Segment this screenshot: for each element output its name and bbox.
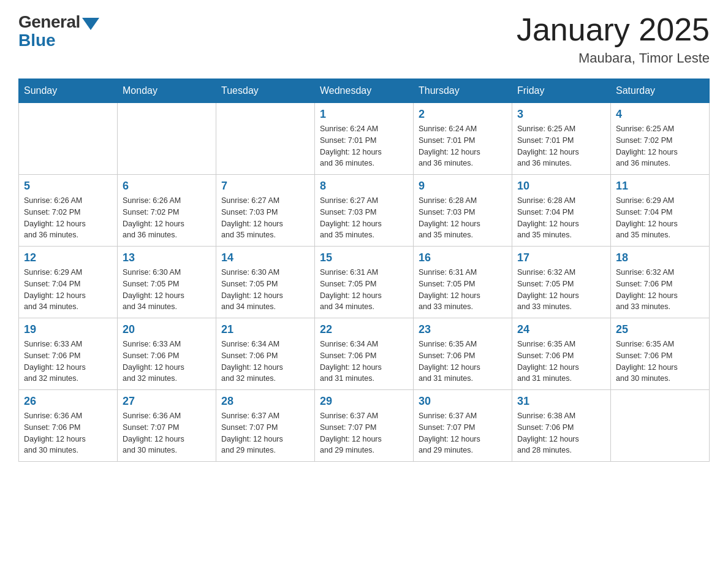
weekday-header-row: SundayMondayTuesdayWednesdayThursdayFrid… <box>19 79 710 103</box>
day-info: Sunrise: 6:26 AMSunset: 7:02 PMDaylight:… <box>123 195 211 241</box>
calendar-cell: 20Sunrise: 6:33 AMSunset: 7:06 PMDayligh… <box>118 318 216 390</box>
weekday-header-saturday: Saturday <box>611 79 710 103</box>
calendar-cell: 23Sunrise: 6:35 AMSunset: 7:06 PMDayligh… <box>414 318 512 390</box>
calendar-cell: 15Sunrise: 6:31 AMSunset: 7:05 PMDayligh… <box>315 247 414 318</box>
calendar-cell: 1Sunrise: 6:24 AMSunset: 7:01 PMDaylight… <box>315 103 414 175</box>
calendar-week-4: 19Sunrise: 6:33 AMSunset: 7:06 PMDayligh… <box>19 318 710 390</box>
calendar-cell: 7Sunrise: 6:27 AMSunset: 7:03 PMDaylight… <box>216 175 315 247</box>
day-number: 18 <box>616 251 704 264</box>
day-number: 22 <box>320 323 408 336</box>
day-number: 19 <box>24 323 112 336</box>
calendar-week-2: 5Sunrise: 6:26 AMSunset: 7:02 PMDaylight… <box>19 175 710 247</box>
day-info: Sunrise: 6:25 AMSunset: 7:01 PMDaylight:… <box>517 123 605 169</box>
day-info: Sunrise: 6:32 AMSunset: 7:06 PMDaylight:… <box>616 267 704 313</box>
title-section: January 2025 Maubara, Timor Leste <box>517 12 710 66</box>
calendar-week-1: 1Sunrise: 6:24 AMSunset: 7:01 PMDaylight… <box>19 103 710 175</box>
calendar-cell: 28Sunrise: 6:37 AMSunset: 7:07 PMDayligh… <box>216 390 315 462</box>
logo-general-text: General <box>18 12 80 32</box>
page-header: General Blue January 2025 Maubara, Timor… <box>18 12 710 66</box>
day-number: 28 <box>221 395 309 408</box>
day-number: 26 <box>24 395 112 408</box>
day-info: Sunrise: 6:35 AMSunset: 7:06 PMDaylight:… <box>419 339 507 385</box>
day-info: Sunrise: 6:36 AMSunset: 7:06 PMDaylight:… <box>24 410 112 456</box>
calendar-cell: 27Sunrise: 6:36 AMSunset: 7:07 PMDayligh… <box>118 390 216 462</box>
day-number: 21 <box>221 323 309 336</box>
day-info: Sunrise: 6:25 AMSunset: 7:02 PMDaylight:… <box>616 123 704 169</box>
day-info: Sunrise: 6:31 AMSunset: 7:05 PMDaylight:… <box>320 267 408 313</box>
day-info: Sunrise: 6:24 AMSunset: 7:01 PMDaylight:… <box>419 123 507 169</box>
day-number: 12 <box>24 251 112 264</box>
day-number: 9 <box>419 180 507 193</box>
day-number: 24 <box>517 323 605 336</box>
day-number: 14 <box>221 251 309 264</box>
calendar-cell: 8Sunrise: 6:27 AMSunset: 7:03 PMDaylight… <box>315 175 414 247</box>
calendar-cell: 26Sunrise: 6:36 AMSunset: 7:06 PMDayligh… <box>19 390 118 462</box>
day-number: 7 <box>221 180 309 193</box>
day-number: 25 <box>616 323 704 336</box>
day-info: Sunrise: 6:24 AMSunset: 7:01 PMDaylight:… <box>320 123 408 169</box>
calendar-table: SundayMondayTuesdayWednesdayThursdayFrid… <box>18 79 710 462</box>
month-title: January 2025 <box>517 12 710 47</box>
day-number: 23 <box>419 323 507 336</box>
day-number: 13 <box>123 251 211 264</box>
weekday-header-wednesday: Wednesday <box>315 79 414 103</box>
calendar-cell: 25Sunrise: 6:35 AMSunset: 7:06 PMDayligh… <box>611 318 710 390</box>
day-number: 10 <box>517 180 605 193</box>
calendar-cell: 4Sunrise: 6:25 AMSunset: 7:02 PMDaylight… <box>611 103 710 175</box>
calendar-cell: 3Sunrise: 6:25 AMSunset: 7:01 PMDaylight… <box>512 103 611 175</box>
day-number: 1 <box>320 108 408 121</box>
day-info: Sunrise: 6:32 AMSunset: 7:05 PMDaylight:… <box>517 267 605 313</box>
calendar-cell: 13Sunrise: 6:30 AMSunset: 7:05 PMDayligh… <box>118 247 216 318</box>
weekday-header-friday: Friday <box>512 79 611 103</box>
calendar-cell: 6Sunrise: 6:26 AMSunset: 7:02 PMDaylight… <box>118 175 216 247</box>
day-info: Sunrise: 6:34 AMSunset: 7:06 PMDaylight:… <box>320 339 408 385</box>
day-info: Sunrise: 6:28 AMSunset: 7:03 PMDaylight:… <box>419 195 507 241</box>
day-info: Sunrise: 6:34 AMSunset: 7:06 PMDaylight:… <box>221 339 309 385</box>
day-info: Sunrise: 6:30 AMSunset: 7:05 PMDaylight:… <box>123 267 211 313</box>
calendar-cell: 21Sunrise: 6:34 AMSunset: 7:06 PMDayligh… <box>216 318 315 390</box>
weekday-header-thursday: Thursday <box>414 79 512 103</box>
calendar-cell: 14Sunrise: 6:30 AMSunset: 7:05 PMDayligh… <box>216 247 315 318</box>
day-number: 20 <box>123 323 211 336</box>
day-info: Sunrise: 6:33 AMSunset: 7:06 PMDaylight:… <box>123 339 211 385</box>
day-info: Sunrise: 6:26 AMSunset: 7:02 PMDaylight:… <box>24 195 112 241</box>
calendar-cell: 5Sunrise: 6:26 AMSunset: 7:02 PMDaylight… <box>19 175 118 247</box>
day-info: Sunrise: 6:27 AMSunset: 7:03 PMDaylight:… <box>320 195 408 241</box>
calendar-week-5: 26Sunrise: 6:36 AMSunset: 7:06 PMDayligh… <box>19 390 710 462</box>
day-info: Sunrise: 6:31 AMSunset: 7:05 PMDaylight:… <box>419 267 507 313</box>
day-info: Sunrise: 6:27 AMSunset: 7:03 PMDaylight:… <box>221 195 309 241</box>
calendar-cell: 30Sunrise: 6:37 AMSunset: 7:07 PMDayligh… <box>414 390 512 462</box>
calendar-cell: 18Sunrise: 6:32 AMSunset: 7:06 PMDayligh… <box>611 247 710 318</box>
location-text: Maubara, Timor Leste <box>517 50 710 66</box>
calendar-cell: 9Sunrise: 6:28 AMSunset: 7:03 PMDaylight… <box>414 175 512 247</box>
day-info: Sunrise: 6:33 AMSunset: 7:06 PMDaylight:… <box>24 339 112 385</box>
calendar-cell: 10Sunrise: 6:28 AMSunset: 7:04 PMDayligh… <box>512 175 611 247</box>
day-info: Sunrise: 6:29 AMSunset: 7:04 PMDaylight:… <box>24 267 112 313</box>
day-info: Sunrise: 6:35 AMSunset: 7:06 PMDaylight:… <box>517 339 605 385</box>
day-number: 29 <box>320 395 408 408</box>
day-number: 15 <box>320 251 408 264</box>
calendar-cell: 2Sunrise: 6:24 AMSunset: 7:01 PMDaylight… <box>414 103 512 175</box>
day-info: Sunrise: 6:38 AMSunset: 7:06 PMDaylight:… <box>517 410 605 456</box>
day-info: Sunrise: 6:37 AMSunset: 7:07 PMDaylight:… <box>320 410 408 456</box>
calendar-cell: 12Sunrise: 6:29 AMSunset: 7:04 PMDayligh… <box>19 247 118 318</box>
day-number: 27 <box>123 395 211 408</box>
day-number: 11 <box>616 180 704 193</box>
weekday-header-tuesday: Tuesday <box>216 79 315 103</box>
calendar-cell <box>118 103 216 175</box>
day-number: 16 <box>419 251 507 264</box>
day-number: 17 <box>517 251 605 264</box>
calendar-cell: 31Sunrise: 6:38 AMSunset: 7:06 PMDayligh… <box>512 390 611 462</box>
day-number: 30 <box>419 395 507 408</box>
logo-triangle-icon <box>82 18 99 30</box>
logo-blue-text: Blue <box>18 31 56 50</box>
calendar-cell: 19Sunrise: 6:33 AMSunset: 7:06 PMDayligh… <box>19 318 118 390</box>
calendar-cell: 22Sunrise: 6:34 AMSunset: 7:06 PMDayligh… <box>315 318 414 390</box>
calendar-cell: 24Sunrise: 6:35 AMSunset: 7:06 PMDayligh… <box>512 318 611 390</box>
day-info: Sunrise: 6:29 AMSunset: 7:04 PMDaylight:… <box>616 195 704 241</box>
day-info: Sunrise: 6:30 AMSunset: 7:05 PMDaylight:… <box>221 267 309 313</box>
day-number: 8 <box>320 180 408 193</box>
day-number: 4 <box>616 108 704 121</box>
day-number: 2 <box>419 108 507 121</box>
day-number: 31 <box>517 395 605 408</box>
